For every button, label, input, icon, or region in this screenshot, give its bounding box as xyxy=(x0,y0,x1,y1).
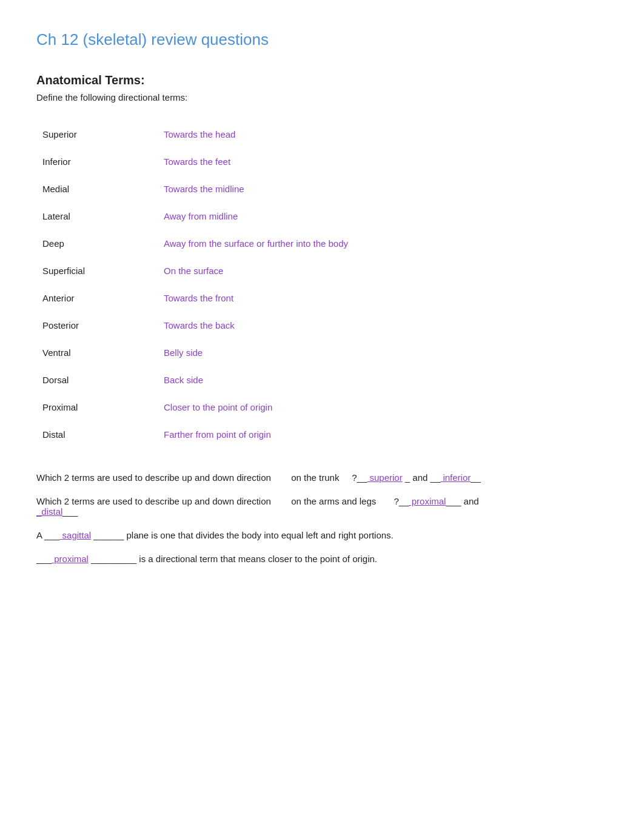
term-row-1: InferiorTowards the feet xyxy=(36,148,608,175)
q3-suffix: ______ plane is one that divides the bod… xyxy=(91,530,394,540)
term-row-0: SuperiorTowards the head xyxy=(36,121,608,148)
term-definition-7: Towards the back xyxy=(158,312,608,339)
term-row-11: DistalFarther from point of origin xyxy=(36,421,608,448)
q3-prefix: A ___ xyxy=(36,530,59,540)
term-definition-6: Towards the front xyxy=(158,284,608,312)
term-row-5: SuperficialOn the surface xyxy=(36,257,608,284)
term-definition-4: Away from the surface or further into th… xyxy=(158,230,608,257)
term-label-3: Lateral xyxy=(36,203,158,230)
term-definition-3: Away from midline xyxy=(158,203,608,230)
term-definition-10: Closer to the point of origin xyxy=(158,394,608,421)
term-row-9: DorsalBack side xyxy=(36,366,608,394)
term-definition-1: Towards the feet xyxy=(158,148,608,175)
q1-blank1-prefix: ?__ xyxy=(352,472,367,483)
term-label-5: Superficial xyxy=(36,257,158,284)
q3-answer1: sagittal xyxy=(59,530,91,540)
term-label-1: Inferior xyxy=(36,148,158,175)
term-label-10: Proximal xyxy=(36,394,158,421)
q1-blank1-suffix: _ and __ xyxy=(403,472,441,483)
section-subtitle: Define the following directional terms: xyxy=(36,92,608,102)
term-definition-2: Towards the midline xyxy=(158,175,608,203)
terms-table: SuperiorTowards the headInferiorTowards … xyxy=(36,121,608,448)
q2-prefix: Which 2 terms are used to describe up an… xyxy=(36,496,271,506)
term-label-11: Distal xyxy=(36,421,158,448)
q4-answer1: proximal xyxy=(52,554,89,564)
term-label-4: Deep xyxy=(36,230,158,257)
term-row-6: AnteriorTowards the front xyxy=(36,284,608,312)
term-row-4: DeepAway from the surface or further int… xyxy=(36,230,608,257)
q4-suffix: _________ is a directional term that mea… xyxy=(89,554,377,564)
q1-blank2-suffix: __ xyxy=(471,472,481,483)
q4-prefix: ___ xyxy=(36,554,52,564)
term-definition-0: Towards the head xyxy=(158,121,608,148)
term-row-7: PosteriorTowards the back xyxy=(36,312,608,339)
term-row-2: MedialTowards the midline xyxy=(36,175,608,203)
term-row-8: VentralBelly side xyxy=(36,339,608,366)
term-definition-8: Belly side xyxy=(158,339,608,366)
question-1: Which 2 terms are used to describe up an… xyxy=(36,472,608,483)
term-definition-11: Farther from point of origin xyxy=(158,421,608,448)
q2-answer1: proximal xyxy=(409,496,446,506)
term-label-9: Dorsal xyxy=(36,366,158,394)
term-row-10: ProximalCloser to the point of origin xyxy=(36,394,608,421)
term-row-3: LateralAway from midline xyxy=(36,203,608,230)
q1-answer2: inferior xyxy=(440,472,471,483)
q1-middle: on the trunk xyxy=(291,472,339,483)
q2-answer2: _distal xyxy=(36,506,62,517)
term-label-8: Ventral xyxy=(36,339,158,366)
q1-prefix: Which 2 terms are used to describe up an… xyxy=(36,472,271,483)
question-4: ___ proximal _________ is a directional … xyxy=(36,554,608,564)
questions-section: Which 2 terms are used to describe up an… xyxy=(36,472,608,564)
q2-blank2-suffix: ___ xyxy=(62,506,78,517)
question-3: A ___ sagittal ______ plane is one that … xyxy=(36,530,608,540)
q1-answer1: superior xyxy=(367,472,402,483)
q2-blank1-suffix: ___ and xyxy=(446,496,478,506)
term-definition-9: Back side xyxy=(158,366,608,394)
q2-middle: on the arms and legs xyxy=(291,496,376,506)
term-label-2: Medial xyxy=(36,175,158,203)
term-label-0: Superior xyxy=(36,121,158,148)
q2-blank1-prefix: ?__ xyxy=(394,496,409,506)
section-title: Anatomical Terms: xyxy=(36,73,608,87)
term-label-7: Posterior xyxy=(36,312,158,339)
page-title: Ch 12 (skeletal) review questions xyxy=(36,30,608,49)
term-definition-5: On the surface xyxy=(158,257,608,284)
question-2: Which 2 terms are used to describe up an… xyxy=(36,496,608,517)
term-label-6: Anterior xyxy=(36,284,158,312)
